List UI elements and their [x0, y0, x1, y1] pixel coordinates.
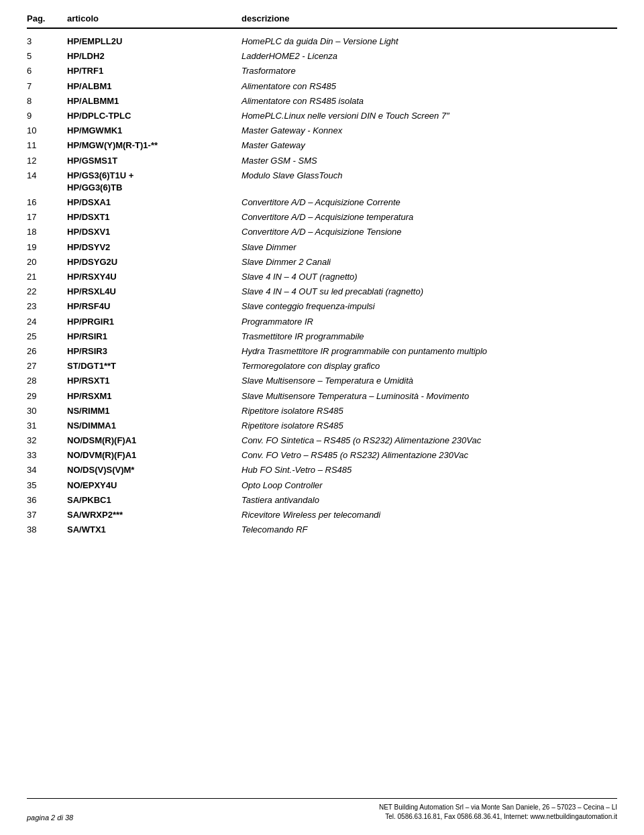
- table-row: 17HP/DSXT1Convertitore A/D – Acquisizion…: [27, 210, 617, 225]
- cell-articolo: HP/RSXY4U: [67, 271, 241, 283]
- cell-descrizione: Convertitore A/D – Acquisizione Tensione: [241, 226, 617, 238]
- cell-pag: 31: [27, 420, 67, 431]
- cell-pag: 33: [27, 449, 67, 460]
- cell-descrizione: Programmatore IR: [241, 316, 617, 328]
- cell-pag: 5: [27, 50, 67, 61]
- cell-descrizione: Slave Dimmer: [241, 241, 617, 254]
- table-row: 10HP/MGWMK1Master Gateway - Konnex: [27, 123, 617, 138]
- cell-descrizione: Slave Dimmer 2 Canali: [241, 256, 617, 268]
- cell-articolo: NO/DVM(R)(F)A1: [67, 449, 241, 461]
- cell-articolo: HP/DSXA1: [67, 197, 241, 209]
- cell-articolo: HP/TRF1: [67, 65, 241, 77]
- cell-descrizione: Trasmettitore IR programmabile: [241, 331, 617, 343]
- cell-articolo: SA/WTX1: [67, 524, 241, 536]
- cell-pag: 23: [27, 300, 67, 311]
- table-row: 37SA/WRXP2***Ricevitore Wireless per tel…: [27, 508, 617, 522]
- cell-descrizione: Ricevitore Wireless per telecomandi: [241, 509, 617, 521]
- page-container: Pag. articolo descrizione 3HP/EMPLL2UHom…: [0, 0, 644, 577]
- cell-descrizione: Ripetitore isolatore RS485: [241, 420, 617, 432]
- footer-company-line2: Tel. 0586.63.16.81, Fax 0586.68.36.41, I…: [379, 812, 617, 822]
- cell-pag: 14: [27, 170, 67, 180]
- table-row: 5HP/LDH2LadderHOME2 - Licenza: [27, 49, 617, 64]
- cell-descrizione: Hub FO Sint.-Vetro – RS485: [241, 464, 617, 476]
- cell-descrizione: Slave 4 IN – 4 OUT su led precablati (ra…: [241, 286, 617, 298]
- cell-articolo: NO/DSM(R)(F)A1: [67, 435, 241, 447]
- cell-pag: 20: [27, 256, 67, 267]
- table-row: 12HP/GSMS1TMaster GSM - SMS: [27, 154, 617, 168]
- cell-pag: 24: [27, 316, 67, 327]
- table-row: 27ST/DGT1**TTermoregolatore con display …: [27, 359, 617, 374]
- cell-articolo: ST/DGT1**T: [67, 360, 241, 372]
- page-footer: pagina 2 di 38 NET Building Automation S…: [27, 798, 617, 822]
- cell-descrizione: Trasformatore: [241, 65, 617, 77]
- table-row: 6HP/TRF1Trasformatore: [27, 64, 617, 78]
- cell-articolo: HP/MGW(Y)M(R-T)1-**: [67, 140, 241, 152]
- cell-articolo: HP/RSIR3: [67, 345, 241, 357]
- table-header: Pag. articolo descrizione: [27, 13, 617, 29]
- cell-articolo: HP/RSXL4U: [67, 286, 241, 298]
- cell-articolo: HP/LDH2: [67, 50, 241, 62]
- table-row: 7HP/ALBM1Alimentatore con RS485: [27, 79, 617, 94]
- cell-articolo: HP/GSMS1T: [67, 155, 241, 167]
- header-descrizione: descrizione: [241, 13, 617, 23]
- cell-articolo: HP/DSXV1: [67, 226, 241, 238]
- cell-articolo: NS/DIMMA1: [67, 420, 241, 432]
- cell-articolo: NO/DS(V)S(V)M*: [67, 464, 241, 476]
- cell-articolo: NO/EPXY4U: [67, 480, 241, 492]
- table-row: 32NO/DSM(R)(F)A1Conv. FO Sintetica – RS4…: [27, 433, 617, 448]
- cell-descrizione: Master GSM - SMS: [241, 155, 617, 167]
- cell-articolo: HP/DSYV2: [67, 241, 241, 254]
- footer-page-number: pagina 2 di 38: [27, 814, 73, 822]
- cell-pag: 29: [27, 390, 67, 401]
- cell-descrizione: Alimentatore con RS485: [241, 80, 617, 93]
- table-row: 28HP/RSXT1Slave Multisensore – Temperatu…: [27, 374, 617, 388]
- cell-pag: 30: [27, 405, 67, 416]
- cell-pag: 6: [27, 65, 67, 76]
- cell-descrizione: Telecomando RF: [241, 524, 617, 536]
- cell-descrizione: Slave Multisensore Temperatura – Luminos…: [241, 390, 617, 402]
- cell-descrizione: Alimentatore con RS485 isolata: [241, 95, 617, 107]
- table-row: 26HP/RSIR3Hydra Trasmettitore IR program…: [27, 344, 617, 359]
- table-row: 14HP/GS3(6)T1U +HP/GG3(6)TBModulo Slave …: [27, 168, 617, 195]
- cell-pag: 7: [27, 80, 67, 91]
- cell-articolo: HP/DSXT1: [67, 211, 241, 223]
- cell-pag: 21: [27, 271, 67, 282]
- cell-descrizione: Conv. FO Sintetica – RS485 (o RS232) Ali…: [241, 435, 617, 447]
- cell-pag: 12: [27, 155, 67, 166]
- table-row: 9HP/DPLC-TPLCHomePLC.Linux nelle version…: [27, 109, 617, 123]
- cell-pag: 17: [27, 211, 67, 222]
- cell-pag: 9: [27, 110, 67, 121]
- cell-pag: 38: [27, 524, 67, 535]
- table-row: 29HP/RSXM1Slave Multisensore Temperatura…: [27, 389, 617, 404]
- header-pag: Pag.: [27, 13, 67, 23]
- cell-articolo: HP/RSF4U: [67, 300, 241, 313]
- cell-descrizione: Slave Multisensore – Temperatura e Umidi…: [241, 375, 617, 387]
- table-row: 21HP/RSXY4USlave 4 IN – 4 OUT (ragnetto): [27, 270, 617, 284]
- cell-pag: 27: [27, 360, 67, 371]
- cell-descrizione: HomePLC da guida Din – Versione Light: [241, 36, 617, 48]
- table-row: 22HP/RSXL4USlave 4 IN – 4 OUT su led pre…: [27, 284, 617, 299]
- cell-descrizione: Tastiera antivandalo: [241, 494, 617, 506]
- table-row: 35NO/EPXY4UOpto Loop Controller: [27, 478, 617, 493]
- table-row: 25HP/RSIR1Trasmettitore IR programmabile: [27, 329, 617, 344]
- cell-pag: 34: [27, 464, 67, 475]
- cell-pag: 28: [27, 375, 67, 386]
- cell-articolo: HP/DSYG2U: [67, 256, 241, 268]
- footer-company-info: NET Building Automation Srl – via Monte …: [379, 803, 617, 822]
- footer-company-line1: NET Building Automation Srl – via Monte …: [379, 803, 617, 812]
- cell-descrizione: HomePLC.Linux nelle versioni DIN e Touch…: [241, 110, 617, 122]
- cell-pag: 11: [27, 140, 67, 150]
- table-row: 19HP/DSYV2Slave Dimmer: [27, 240, 617, 255]
- cell-descrizione: Hydra Trasmettitore IR programmabile con…: [241, 345, 617, 357]
- cell-articolo: HP/RSXM1: [67, 390, 241, 402]
- cell-pag: 22: [27, 286, 67, 296]
- cell-pag: 19: [27, 241, 67, 252]
- table-row: 38SA/WTX1Telecomando RF: [27, 522, 617, 537]
- cell-articolo: HP/DPLC-TPLC: [67, 110, 241, 122]
- cell-articolo: HP/ALBMM1: [67, 95, 241, 107]
- cell-pag: 32: [27, 435, 67, 445]
- table-row: 24HP/PRGIR1Programmatore IR: [27, 315, 617, 329]
- cell-pag: 10: [27, 125, 67, 135]
- table-row: 3HP/EMPLL2UHomePLC da guida Din – Versio…: [27, 34, 617, 49]
- table-row: 33NO/DVM(R)(F)A1Conv. FO Vetro – RS485 (…: [27, 448, 617, 463]
